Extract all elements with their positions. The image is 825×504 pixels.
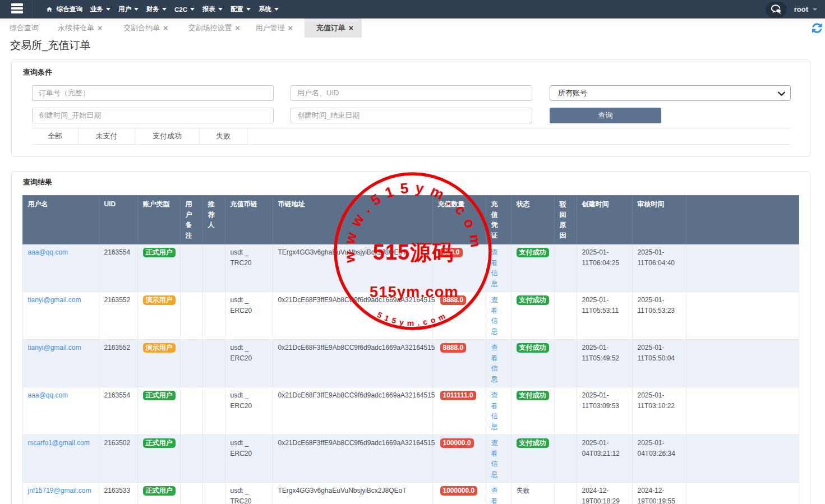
- svg-text:515源码: 515源码: [373, 241, 454, 264]
- svg-text:515ym.com: 515ym.com: [370, 284, 459, 300]
